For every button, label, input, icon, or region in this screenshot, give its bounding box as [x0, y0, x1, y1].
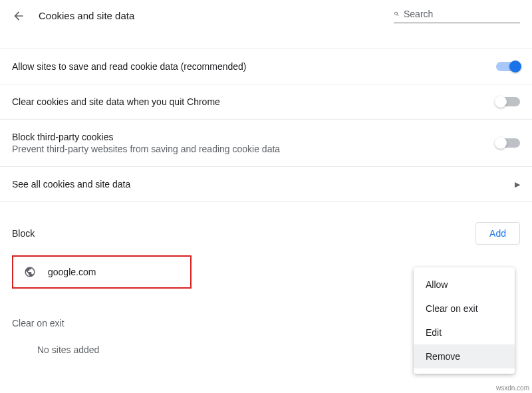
see-all-label: See all cookies and site data	[12, 179, 130, 190]
chevron-right-icon: ▶	[515, 180, 520, 189]
search-input[interactable]	[404, 9, 520, 19]
search-field[interactable]	[394, 8, 520, 23]
menu-clear-on-exit[interactable]: Clear on exit	[414, 297, 515, 321]
back-button[interactable]	[12, 9, 25, 23]
menu-remove[interactable]: Remove	[414, 344, 515, 368]
block-third-party-sublabel: Prevent third-party websites from saving…	[12, 144, 280, 154]
block-third-party-toggle[interactable]	[496, 138, 520, 148]
search-icon	[394, 8, 400, 20]
clear-on-quit-label: Clear cookies and site data when you qui…	[12, 96, 220, 107]
menu-allow[interactable]: Allow	[414, 273, 515, 297]
block-third-party-row: Block third-party cookies Prevent third-…	[0, 120, 532, 167]
menu-edit[interactable]: Edit	[414, 321, 515, 344]
arrow-left-icon	[12, 9, 25, 23]
watermark: wsxdn.com	[496, 384, 529, 392]
blocked-site-name: google.com	[48, 267, 96, 277]
block-section-label: Block	[12, 228, 35, 239]
clear-on-quit-toggle[interactable]	[496, 97, 520, 106]
clear-on-quit-row: Clear cookies and site data when you qui…	[0, 84, 532, 120]
allow-cookies-row: Allow sites to save and read cookie data…	[0, 49, 532, 84]
site-context-menu: Allow Clear on exit Edit Remove	[414, 267, 515, 374]
allow-cookies-toggle[interactable]	[496, 62, 520, 71]
see-all-cookies-link[interactable]: See all cookies and site data ▶	[0, 167, 532, 202]
globe-icon	[24, 266, 36, 278]
allow-cookies-label: Allow sites to save and read cookie data…	[12, 61, 247, 72]
page-title: Cookies and site data	[39, 10, 380, 21]
add-block-button[interactable]: Add	[475, 222, 520, 245]
block-third-party-label: Block third-party cookies	[12, 132, 280, 142]
blocked-site-entry[interactable]: google.com	[12, 255, 192, 289]
block-section-header: Block Add	[0, 202, 532, 249]
